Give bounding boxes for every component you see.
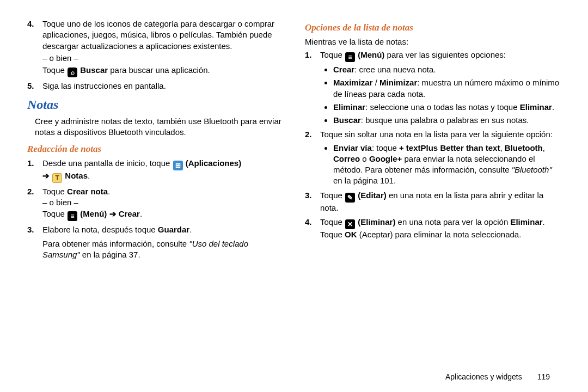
opciones-steps: 1. Toque ≡ (Menú) para ver las siguiente… [305,50,561,240]
step-number: 2. [27,186,34,197]
manual-page: 4. Toque uno de los iconos de categoría … [0,0,588,392]
step-number: 4. [305,217,312,228]
continued-steps: 4. Toque uno de los iconos de categoría … [27,19,283,91]
menu-line: Toque ≡ (Menú) ➔ Crear. [42,209,283,221]
rstep-1: 1. Desde una pantalla de inicio, toque ⊞… [42,158,283,183]
bullet-enviar: Enviar vía: toque + textPlus Better than… [333,143,561,187]
step-number: 1. [27,158,34,169]
or-divider: – o bien – [42,197,283,208]
menu-icon: ≡ [345,52,355,62]
step-4: 4. Toque uno de los iconos de categoría … [42,19,283,77]
ostep-2: 2. Toque sin soltar una nota en la lista… [320,129,561,186]
step-number: 4. [27,19,34,29]
columns: 4. Toque uno de los iconos de categoría … [27,16,561,264]
footer-section: Aplicaciones y widgets [445,372,522,381]
notes-icon: T [52,173,62,183]
notas-intro: Cree y administre notas de texto, tambié… [35,116,283,138]
step-text: Siga las instrucciones en pantalla. [42,81,166,90]
or-divider: – o bien – [42,53,283,64]
step-text: Toque uno de los iconos de categoría par… [42,19,274,51]
bullet-maxmin: Maximizar / Minimizar: muestra un número… [333,77,561,100]
heading-notas: Notas [27,96,283,113]
bullet-crear: Crear: cree una nueva nota. [333,64,561,75]
apps-icon: ⊞ [173,161,183,170]
bullet-eliminar: Eliminar: seleccione una o todas las not… [333,102,561,113]
step-number: 3. [305,190,312,201]
ostep-1: 1. Toque ≡ (Menú) para ver las siguiente… [320,50,561,126]
page-footer: Aplicaciones y widgets 119 [445,372,550,381]
rstep-3: 3. Elabore la nota, después toque Guarda… [42,224,283,235]
close-icon: ✕ [345,219,355,229]
hold-bullets: Enviar vía: toque + textPlus Better than… [323,143,561,187]
heading-opciones: Opciones de la lista de notas [305,22,561,34]
redaccion-steps: 1. Desde una pantalla de inicio, toque ⊞… [27,158,283,235]
page-number: 119 [537,372,550,381]
step-number: 1. [305,50,312,60]
ostep-4: 4. Toque ✕ (Eliminar) en una nota para v… [320,217,561,240]
left-column: 4. Toque uno de los iconos de categoría … [27,16,283,264]
arrow-line: ➔ T Notas. [42,170,283,183]
keyboard-ref: Para obtener más información, consulte "… [42,238,283,261]
rstep-2: 2. Toque Crear nota. – o bien – Toque ≡ … [42,186,283,221]
bullet-buscar: Buscar: busque una palabra o palabras en… [333,115,561,126]
search-line: Toque ⌕ Buscar para buscar una aplicació… [42,65,283,77]
menu-bullets: Crear: cree una nueva nota. Maximizar / … [323,64,561,126]
menu-icon: ≡ [68,211,77,221]
edit-icon: ✎ [345,193,355,203]
step-number: 5. [27,81,34,91]
step-number: 3. [27,224,34,235]
ostep-3: 3. Toque ✎ (Editar) en una nota en la li… [320,190,561,213]
heading-redaccion: Redacción de notas [27,143,283,156]
search-icon: ⌕ [68,68,77,77]
step-5: 5. Siga las instrucciones en pantalla. [42,81,283,91]
right-column: Opciones de la lista de notas Mientras v… [305,16,561,264]
step-number: 2. [305,129,312,140]
opciones-intro: Mientras ve la lista de notas: [305,36,561,47]
